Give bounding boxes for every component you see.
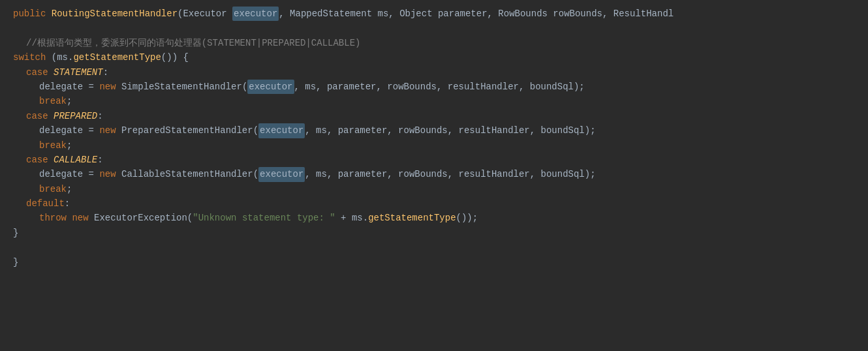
code-line-9: delegate = new PreparedStatementHandler(… (0, 123, 868, 138)
method-name: RoutingStatementHandler (52, 7, 178, 21)
comment-line: //根据语句类型，委派到不同的语句处理器(STATEMENT|PREPARED|… (26, 36, 360, 50)
code-line-14: default: (0, 196, 868, 211)
code-line-10: break; (0, 138, 868, 153)
code-line-18: } (0, 255, 868, 269)
code-line-15: throw new ExecutorException("Unknown sta… (0, 211, 868, 225)
kw-switch: switch (13, 50, 52, 65)
code-line-12: delegate = new CallableStatementHandler(… (0, 167, 868, 181)
kw-public: public (13, 7, 52, 21)
code-line-16: } (0, 226, 868, 240)
code-line-4: switch (ms.getStatementType()) { (0, 50, 868, 65)
code-line-6: delegate = new SimpleStatementHandler(ex… (0, 80, 868, 94)
code-line-8: case PREPARED: (0, 109, 868, 123)
code-line-7: break; (0, 94, 868, 108)
kw-case-1: case (26, 65, 54, 80)
code-line-1: public RoutingStatementHandler(Executor … (0, 7, 868, 21)
code-line-2 (0, 21, 868, 35)
code-line-5: case STATEMENT: (0, 65, 868, 80)
code-line-13: break; (0, 182, 868, 196)
code-line-11: case CALLABLE: (0, 153, 868, 167)
code-line-3: //根据语句类型，委派到不同的语句处理器(STATEMENT|PREPARED|… (0, 36, 868, 50)
code-editor: public RoutingStatementHandler(Executor … (0, 0, 868, 351)
code-line-17 (0, 240, 868, 254)
